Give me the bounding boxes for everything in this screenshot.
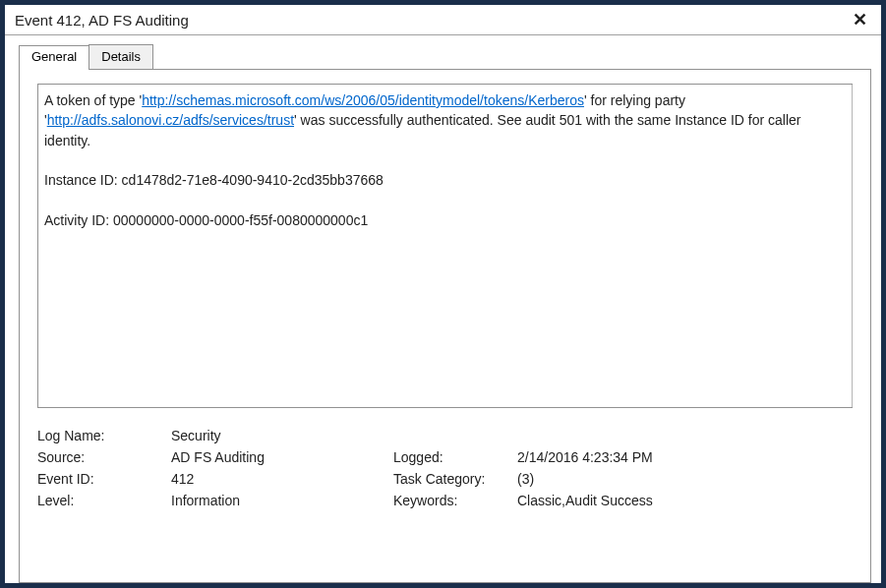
description-paragraph: A token of type 'http://schemas.microsof… xyxy=(44,90,845,150)
tab-details[interactable]: Details xyxy=(89,44,153,69)
logged-label: Logged: xyxy=(393,449,511,465)
tab-panel-general: A token of type 'http://schemas.microsof… xyxy=(19,69,871,583)
properties-grid: Log Name: Security Source: AD FS Auditin… xyxy=(37,428,853,508)
content-area: General Details A token of type 'http://… xyxy=(5,36,881,583)
event-id-label: Event ID: xyxy=(37,471,165,487)
close-icon[interactable]: ✕ xyxy=(849,11,871,29)
source-value: AD FS Auditing xyxy=(171,449,387,465)
keywords-label: Keywords: xyxy=(393,493,511,508)
log-name-label: Log Name: xyxy=(37,428,165,443)
relying-party-link[interactable]: http://adfs.salonovi.cz/adfs/services/tr… xyxy=(47,112,294,128)
desc-text: A token of type ' xyxy=(44,92,142,108)
scroll-edge xyxy=(852,85,853,407)
event-properties-window: Event 412, AD FS Auditing ✕ General Deta… xyxy=(0,0,886,588)
source-label: Source: xyxy=(37,449,165,465)
level-value: Information xyxy=(171,493,387,508)
tab-general[interactable]: General xyxy=(19,45,89,70)
logged-value: 2/14/2016 4:23:34 PM xyxy=(517,449,853,465)
tab-strip: General Details xyxy=(19,44,871,69)
instance-id-line: Instance ID: cd1478d2-71e8-4090-9410-2cd… xyxy=(44,170,845,190)
keywords-value: Classic,Audit Success xyxy=(517,493,853,508)
titlebar: Event 412, AD FS Auditing ✕ xyxy=(5,5,881,35)
event-id-value: 412 xyxy=(171,471,387,487)
activity-id-line: Activity ID: 00000000-0000-0000-f55f-008… xyxy=(44,210,845,230)
token-type-link[interactable]: http://schemas.microsoft.com/ws/2006/05/… xyxy=(142,92,584,108)
task-category-label: Task Category: xyxy=(393,471,511,487)
level-label: Level: xyxy=(37,493,165,508)
window-title: Event 412, AD FS Auditing xyxy=(15,12,189,29)
event-description-box[interactable]: A token of type 'http://schemas.microsof… xyxy=(37,84,853,408)
task-category-value: (3) xyxy=(517,471,853,487)
log-name-value: Security xyxy=(171,428,387,443)
